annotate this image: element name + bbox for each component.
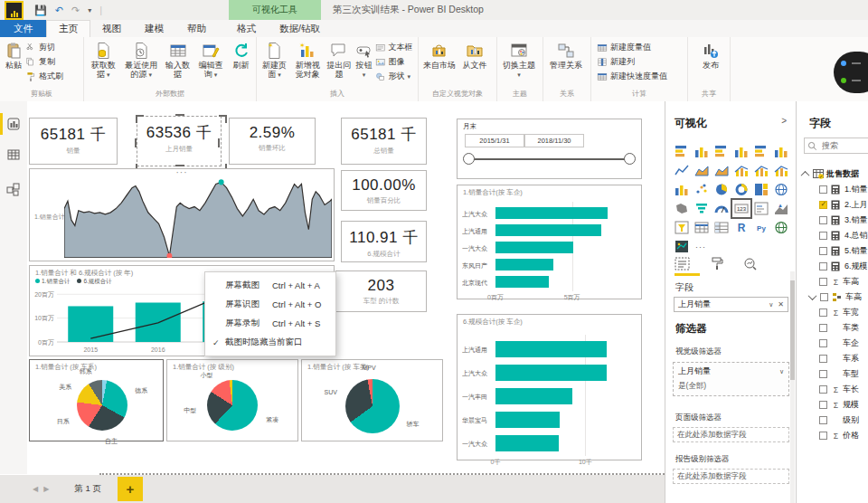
visual-type-clustered-column-icon[interactable] [732, 143, 750, 160]
report-canvas[interactable]: 65181 千销量63536 千上月销量2.59%销量环比65181 千总销量1… [27, 101, 665, 474]
field-checkbox[interactable] [819, 324, 827, 332]
refresh-button[interactable]: 刷新 [228, 40, 254, 71]
visual-type-arcgis-icon[interactable] [772, 219, 790, 236]
field-checkbox[interactable] [819, 232, 827, 240]
visual-type-stacked-area-icon[interactable] [712, 162, 731, 179]
kpi-card[interactable]: 203车型 的计数 [335, 270, 427, 312]
area-chart-visual[interactable]: ···1.销量合计 [29, 168, 335, 261]
kpi-card[interactable]: 110.91 千6.规模合计 [341, 221, 427, 262]
field-checkbox[interactable] [819, 262, 827, 270]
report-filters-dropzone[interactable]: 在此处添加数据字段 [673, 469, 789, 484]
visual-type-clustered-bar-icon[interactable] [712, 143, 731, 160]
bar[interactable] [495, 388, 572, 404]
fields-tab-icon[interactable] [675, 257, 690, 274]
paste-button[interactable]: 粘贴 [2, 40, 25, 71]
visual-type-stacked-bar-icon[interactable] [673, 143, 691, 160]
visual-type-ribbon-icon[interactable] [772, 162, 790, 179]
field-checkbox[interactable] [819, 247, 827, 255]
visual-type-area-icon[interactable] [693, 162, 711, 179]
contextual-tool-tab[interactable]: 可视化工具 [229, 0, 321, 20]
buttons-button[interactable]: 按钮 [354, 40, 375, 81]
filter-card[interactable]: 上月销量∨ 是(全部) [673, 362, 789, 396]
field-checkbox[interactable] [819, 185, 827, 194]
save-icon[interactable]: 💾 [34, 5, 47, 16]
slicer-max-handle[interactable] [624, 153, 636, 165]
customize-qat-icon[interactable]: ▾ [88, 6, 91, 14]
field-item-2.上月[interactable]: 2.上月 [797, 197, 868, 213]
expand-chevron-icon[interactable] [808, 291, 817, 300]
selection-handle[interactable] [175, 114, 184, 116]
cut-button[interactable]: 剪切 [25, 42, 63, 53]
shapes-button[interactable]: 形状 [375, 71, 416, 82]
context-menu-item[interactable]: 屏幕录制Ctrl + Alt + S [205, 314, 335, 333]
tab-help[interactable]: 帮助 [175, 20, 218, 37]
visual-type-r-script-icon[interactable]: R [732, 219, 750, 236]
manage-relationships-button[interactable]: 管理关系 [545, 40, 587, 71]
field-checkbox[interactable] [819, 216, 827, 224]
field-item-车高[interactable]: 车高 [797, 289, 868, 305]
tab-format[interactable]: 格式 [225, 20, 268, 37]
image-button[interactable]: 图像 [375, 56, 416, 68]
from-file-button[interactable]: 从文件 [458, 40, 491, 71]
visual-type-key-influencers-icon[interactable] [673, 238, 691, 255]
edit-queries-button[interactable]: 编辑查询 [193, 40, 228, 81]
context-menu-item[interactable]: 屏幕截图Ctrl + Alt + A [205, 276, 335, 295]
selection-handle[interactable] [219, 115, 227, 123]
visual-type-gauge-icon[interactable] [712, 200, 731, 217]
field-checkbox[interactable] [819, 278, 827, 286]
model-view-button[interactable] [0, 176, 27, 203]
tab-modeling[interactable]: 建模 [133, 20, 175, 37]
visual-type-funnel-icon[interactable] [693, 200, 711, 217]
collapse-pane-icon[interactable]: > [781, 116, 787, 126]
new-page-button[interactable]: ✶新建页面 [259, 40, 290, 81]
bar-chart-by-manufacturer[interactable]: 1.销量合计(按 车企)上汽大众上汽通用一汽大众东风日产北京现代0百万5百万 [457, 185, 642, 299]
viz-pane-scrollbar[interactable] [790, 271, 795, 503]
new-column-button[interactable]: 新建列 [597, 56, 667, 68]
enter-data-button[interactable]: 输入数据 [162, 40, 193, 81]
visual-type-line-icon[interactable] [673, 162, 691, 179]
kpi-card[interactable]: 63536 千上月销量 [137, 116, 222, 166]
bar-chart-scale-by-manufacturer[interactable]: 6.规模合计(按 车企)上汽通用上汽大众一汽丰田华晨宝马一汽大众0千10千 [457, 314, 642, 460]
tab-data-drill[interactable]: 数据/钻取 [268, 20, 332, 37]
field-item-车宽[interactable]: Σ车宽 [797, 305, 868, 320]
field-item-级别[interactable]: 级别 [797, 413, 868, 428]
page-tab[interactable]: 第 1 页 [74, 483, 101, 495]
field-item-车类[interactable]: 车类 [797, 320, 868, 336]
kpi-card[interactable]: 65181 千总销量 [341, 118, 427, 165]
pie-chart-visual[interactable]: 1.销量合计 (按 级别)紧凑中型小型 [166, 359, 298, 441]
field-item-4.总销[interactable]: 4.总销 [797, 228, 868, 243]
field-well-remove-icon[interactable]: ✕ [778, 300, 784, 308]
field-item-1.销量[interactable]: 1.销量 [797, 182, 868, 197]
ask-question-button[interactable]: 提出问题 [325, 40, 353, 81]
visual-type-kpi-icon[interactable]: ▲ [772, 200, 790, 217]
page-nav-arrows[interactable]: ◀▶ [33, 485, 54, 493]
field-item-车高[interactable]: Σ车高 [797, 274, 868, 289]
selection-handle[interactable] [135, 138, 137, 147]
field-item-车系[interactable]: 车系 [797, 351, 868, 366]
analytics-tab-icon[interactable] [743, 257, 758, 274]
field-checkbox[interactable] [819, 308, 827, 317]
visual-type-waterfall-icon[interactable] [673, 181, 691, 198]
tab-file[interactable]: 文件 [0, 20, 46, 37]
context-menu-item[interactable]: 屏幕识图Ctrl + Alt + O [205, 295, 335, 314]
visual-type-line-clustered-column-icon[interactable] [732, 162, 750, 179]
switch-theme-button[interactable]: 切换主题 [499, 40, 539, 81]
bar[interactable] [495, 435, 559, 451]
recent-sources-button[interactable]: 最近使用的源 [120, 40, 162, 81]
area-chart-plot[interactable] [64, 175, 332, 258]
visual-type-scatter-icon[interactable] [693, 181, 711, 198]
kpi-card[interactable]: 100.00%销量百分比 [341, 170, 427, 211]
selection-handle[interactable] [218, 138, 220, 147]
new-measure-button[interactable]: 新建度量值 [597, 42, 667, 53]
selection-handle[interactable] [136, 115, 144, 123]
tab-home[interactable]: 主页 [46, 20, 90, 37]
pie[interactable] [345, 379, 400, 433]
visual-type-matrix-icon[interactable] [712, 219, 731, 236]
undo-icon[interactable]: ↶ [55, 5, 63, 16]
visual-type-pie-icon[interactable] [712, 181, 731, 198]
format-tab-icon[interactable] [710, 257, 723, 274]
kpi-card[interactable]: 65181 千销量 [29, 118, 118, 165]
field-checkbox[interactable] [819, 401, 827, 409]
bar[interactable] [495, 365, 607, 381]
bar[interactable] [495, 259, 553, 270]
